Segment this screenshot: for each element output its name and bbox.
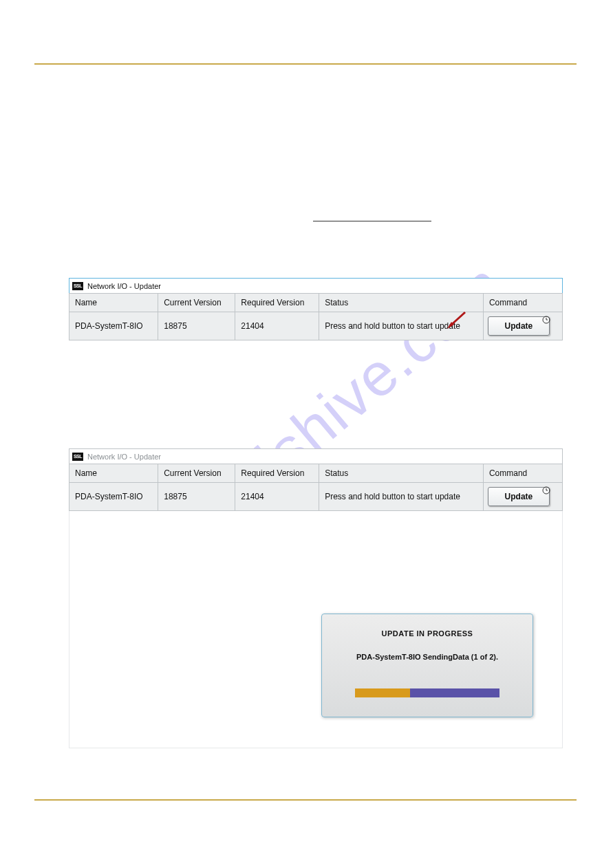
col-required-version: Required Version (235, 294, 319, 312)
clock-icon (542, 316, 550, 324)
divider-bottom (34, 799, 577, 801)
col-required-version: Required Version (235, 464, 319, 483)
col-status: Status (319, 464, 484, 483)
window-titlebar: SSL Network I/O - Updater (69, 278, 563, 293)
col-name: Name (69, 294, 158, 312)
cell-name: PDA-SystemT-8IO (69, 312, 158, 340)
update-button-label: Update (505, 492, 533, 501)
cell-name: PDA-SystemT-8IO (69, 483, 158, 511)
col-current-version: Current Version (158, 294, 235, 312)
progress-bar-fill (355, 688, 410, 697)
updater-window-active: SSL Network I/O - Updater Name Current V… (69, 278, 563, 340)
col-name: Name (69, 464, 158, 483)
col-status: Status (319, 294, 484, 312)
table-row: PDA-SystemT-8IO 18875 21404 Press and ho… (69, 483, 563, 511)
clock-icon (542, 486, 550, 495)
progress-message: PDA-SystemT-8IO SendingData (1 of 2). (332, 653, 523, 661)
updater-table: Name Current Version Required Version St… (69, 464, 563, 511)
table-header-row: Name Current Version Required Version St… (69, 464, 563, 483)
cell-required-version: 21404 (235, 483, 319, 511)
update-button[interactable]: Update (488, 316, 550, 336)
divider-top (34, 63, 577, 65)
progress-bar (355, 688, 499, 697)
cell-command: Update (483, 312, 562, 340)
cell-status: Press and hold button to start update (319, 483, 484, 511)
progress-dialog: UPDATE IN PROGRESS PDA-SystemT-8IO Sendi… (321, 614, 533, 717)
ssl-icon: SSL (72, 453, 83, 461)
table-row: PDA-SystemT-8IO 18875 21404 Press and ho… (69, 312, 563, 340)
progress-title: UPDATE IN PROGRESS (332, 629, 523, 638)
table-header-row: Name Current Version Required Version St… (69, 294, 563, 312)
ssl-icon: SSL (72, 282, 83, 290)
col-command: Command (483, 464, 562, 483)
updater-table: Name Current Version Required Version St… (69, 293, 563, 340)
col-current-version: Current Version (158, 464, 235, 483)
cell-current-version: 18875 (158, 312, 235, 340)
update-button-label: Update (505, 321, 533, 331)
window-title: Network I/O - Updater (87, 453, 161, 461)
cell-current-version: 18875 (158, 483, 235, 511)
window-titlebar-inactive: SSL Network I/O - Updater (69, 448, 563, 464)
text-underline (313, 221, 431, 221)
col-command: Command (483, 294, 562, 312)
update-button[interactable]: Update (488, 487, 550, 506)
window-title: Network I/O - Updater (87, 282, 161, 290)
cell-required-version: 21404 (235, 312, 319, 340)
cell-command: Update (483, 483, 562, 511)
cell-status: Press and hold button to start update (319, 312, 484, 340)
